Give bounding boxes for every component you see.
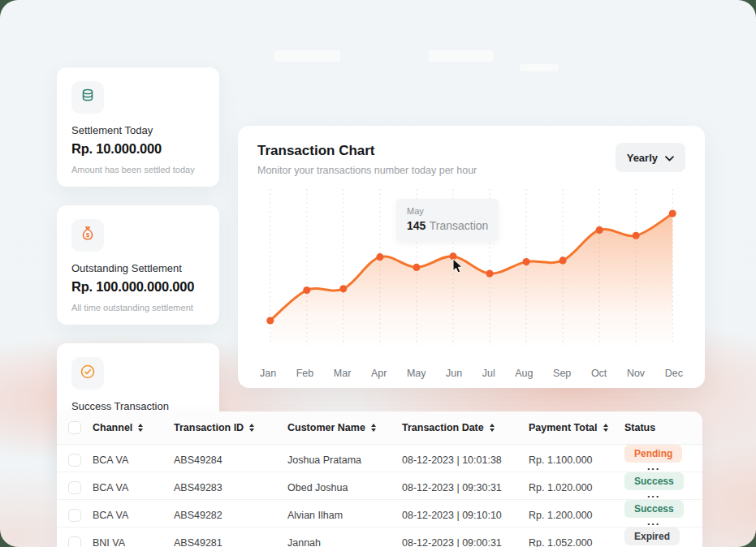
stat-subtitle: Amount has been settled today — [71, 165, 205, 174]
column-header-transaction-date[interactable]: Transaction Date — [402, 422, 529, 433]
cell-customer-name: Alvian Ilham — [287, 510, 402, 521]
tooltip-unit: Transaction — [430, 219, 489, 232]
row-checkbox[interactable] — [68, 481, 81, 494]
coins-icon — [79, 87, 97, 108]
month-label: Oct — [591, 368, 607, 379]
sort-icon — [603, 424, 608, 433]
column-header-status: Status — [624, 422, 702, 433]
stat-subtitle: All time outstanding settlement — [71, 303, 205, 312]
stat-card-settlement-today: Settlement Today Rp. 10.000.000 Amount h… — [57, 67, 219, 187]
stat-amount: Rp. 10.000.000 — [71, 141, 205, 157]
line-chart[interactable]: May 145 Transaction — [257, 189, 685, 361]
cell-channel: BCA VA — [93, 454, 174, 466]
month-label: Apr — [371, 368, 387, 379]
svg-text:$: $ — [86, 231, 90, 239]
stat-title: Outstanding Settlement — [71, 262, 205, 274]
cell-channel: BCA VA — [93, 510, 174, 521]
month-label: Jul — [482, 368, 495, 379]
month-label: Aug — [515, 368, 533, 379]
status-badge: Pending — [624, 445, 682, 463]
chart-title: Transaction Chart — [257, 143, 477, 159]
money-bag-icon: $ — [79, 225, 97, 246]
cell-payment-total: Rp. 1.052.000 — [529, 537, 624, 547]
dashboard-page: Settlement Today Rp. 10.000.000 Amount h… — [0, 0, 756, 547]
chart-tooltip: May 145 Transaction — [396, 199, 499, 241]
cell-transaction-id: ABS49284 — [174, 454, 287, 466]
icon-tile: $ — [71, 219, 104, 252]
check-circle-icon — [79, 363, 97, 384]
stat-title: Settlement Today — [71, 124, 205, 136]
tooltip-month: May — [407, 206, 488, 216]
transaction-chart-card: Transaction Chart Monitor your transacti… — [238, 126, 705, 388]
cell-payment-total: Rp. 1.200.000 — [529, 510, 624, 521]
month-label: Feb — [296, 368, 314, 379]
month-label: Jun — [446, 368, 462, 379]
column-header-customer-name[interactable]: Customer Name — [287, 422, 402, 433]
x-axis-labels: JanFebMarAprMayJunJulAugSepOctNovDec — [257, 368, 685, 379]
sort-icon — [138, 424, 143, 433]
icon-tile — [71, 81, 104, 114]
month-label: Jan — [260, 368, 276, 379]
blurred-background-shape — [520, 64, 559, 71]
table-row: BCA VA ABS49284 Joshua Pratama 08-12-202… — [57, 445, 702, 472]
table-row: BCA VA ABS49282 Alvian Ilham 08-12-2023 … — [57, 500, 702, 528]
cell-payment-total: Rp. 1.020.000 — [529, 482, 624, 493]
column-header-transaction-id[interactable]: Transaction ID — [174, 422, 287, 433]
stat-card-outstanding-settlement: $ Outstanding Settlement Rp. 100.000.000… — [57, 205, 219, 325]
row-checkbox[interactable] — [68, 509, 81, 522]
cell-payment-total: Rp. 1.100.000 — [529, 454, 624, 466]
month-label: May — [407, 368, 426, 379]
cell-customer-name: Obed Joshua — [287, 482, 402, 493]
range-selector-dropdown[interactable]: Yearly — [616, 143, 685, 172]
month-label: Sep — [553, 368, 571, 379]
cell-transaction-id: ABS49283 — [174, 482, 287, 493]
chevron-down-icon — [665, 150, 674, 165]
blurred-background-shape — [274, 50, 340, 62]
cell-transaction-date: 08-12-2023 | 10:01:38 — [402, 454, 529, 466]
select-all-checkbox[interactable] — [68, 421, 81, 434]
cell-channel: BNI VA — [93, 537, 174, 547]
row-checkbox[interactable] — [68, 536, 81, 547]
tooltip-value: 145 — [407, 219, 426, 232]
cell-transaction-id: ABS49281 — [174, 537, 287, 547]
stat-amount: Rp. 100.000.000.000 — [71, 279, 205, 295]
range-selector-value: Yearly — [627, 152, 658, 164]
sort-icon — [371, 424, 376, 433]
status-badge: Success — [624, 500, 684, 518]
cell-channel: BCA VA — [93, 482, 174, 493]
column-header-payment-total[interactable]: Payment Total — [529, 422, 624, 433]
cell-transaction-date: 08-12-2023 | 09:00:31 — [402, 537, 529, 547]
cell-transaction-date: 08-12-2023 | 09:30:31 — [402, 482, 529, 493]
month-label: Nov — [627, 368, 645, 379]
icon-tile — [71, 357, 104, 390]
cell-transaction-id: ABS49282 — [174, 510, 287, 521]
table-row: BCA VA ABS49283 Obed Joshua 08-12-2023 |… — [57, 472, 702, 500]
table-header-row: Channel Transaction ID Customer Name Tra… — [57, 411, 702, 445]
transactions-table: Channel Transaction ID Customer Name Tra… — [57, 411, 702, 547]
chart-subtitle: Monitor your transactions number today p… — [257, 165, 477, 176]
cell-customer-name: Joshua Pratama — [287, 454, 402, 466]
month-label: Dec — [665, 368, 683, 379]
row-checkbox[interactable] — [68, 454, 81, 467]
status-badge: Expired — [624, 528, 680, 545]
blurred-background-shape — [429, 50, 494, 62]
table-row: BNI VA ABS49281 Jannah 08-12-2023 | 09:0… — [57, 528, 702, 547]
status-badge: Success — [624, 472, 684, 490]
column-header-channel[interactable]: Channel — [93, 422, 174, 433]
sort-icon — [490, 424, 495, 433]
cell-transaction-date: 08-12-2023 | 09:10:10 — [402, 510, 529, 521]
cell-customer-name: Jannah — [287, 537, 402, 547]
sort-icon — [249, 424, 254, 433]
month-label: Mar — [334, 368, 352, 379]
